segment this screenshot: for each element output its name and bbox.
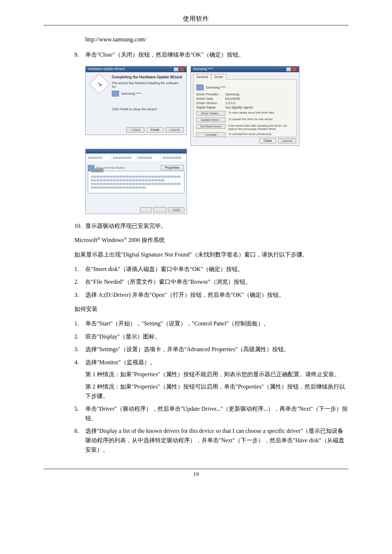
prop-value: Not digitally signed — [225, 106, 253, 109]
group-label — [91, 168, 103, 172]
prop-label: Driver Date: — [196, 97, 225, 100]
button-description: If the device fails after updating the d… — [228, 124, 294, 131]
prop-value: Samsung — [225, 93, 239, 96]
step-number: 4. — [74, 358, 85, 401]
prop-value: 9/11/2009 — [225, 97, 240, 100]
prop-label: Driver Version: — [196, 101, 225, 105]
dialog-title: Hardware Update Wizard — [88, 67, 124, 71]
back-button[interactable]: < Back — [126, 127, 144, 132]
uninstall-button[interactable]: Uninstall — [196, 132, 225, 137]
step-text: 选择"Settings"（设置）选项卡，并单击"Advanced Propert… — [85, 345, 348, 354]
apply-button[interactable]: Apply — [168, 207, 184, 212]
step-item: 2. 双击"Display"（显示）图标。 — [44, 332, 348, 341]
step-item: 2. 在"File Needed"（所需文件）窗口中单击"Browse"（浏览）… — [44, 277, 348, 287]
step-item: 3. 选择"Settings"（设置）选项卡，并单击"Advanced Prop… — [44, 345, 348, 354]
tab-general[interactable]: General — [193, 74, 211, 79]
prop-value: 1.0.0.0 — [225, 101, 236, 105]
monitor-adapter-dialog: Plug and Play Monitor Properties Ap — [85, 149, 187, 214]
step-number: 5. — [74, 404, 85, 423]
step-item: 5. 单击"Driver"（驱动程序），然后单击"Update Driver..… — [44, 404, 348, 423]
wizard-text: The wizard has finished installing the s… — [112, 81, 184, 89]
step-item: 10. 显示器驱动程序现已安装完毕。 — [44, 221, 348, 231]
finish-button[interactable]: Finish — [147, 127, 163, 132]
tab-driver[interactable]: Driver — [211, 74, 226, 79]
step-text: 在"Insert disk"（请插入磁盘）窗口中单击"OK"（确定）按钮。 — [85, 264, 348, 274]
step-subtext: 第 2 种情况：如果"Properties"（属性）按钮可以启用，单击"Prop… — [85, 382, 348, 401]
device-name: Samsung **** — [121, 92, 141, 95]
step-item: 6. 选择"Display a list of the known driver… — [44, 426, 348, 454]
step-text: 单击"Start"（开始），"Setting"（设置），"Control Pan… — [85, 319, 348, 328]
download-url: http://www.samsung.com/ — [85, 36, 348, 43]
step-text: 在"File Needed"（所需文件）窗口中单击"Browse"（浏览）按钮。 — [85, 277, 348, 287]
header-divider — [44, 25, 348, 25]
step-item: 9. 单击"Close"（关闭）按钮，然后继续单击"OK"（确定）按钮。 — [44, 50, 348, 59]
update-driver-button[interactable]: Update Driver... — [196, 118, 225, 122]
arrow-icon: ↘ — [97, 80, 102, 87]
step-item: 1. 单击"Start"（开始），"Setting"（设置），"Control … — [44, 319, 348, 328]
driver-properties-dialog: Samsung **** General Driver Samsung **** — [191, 66, 299, 146]
howto-heading: 如何安装 — [74, 304, 348, 314]
page-header: 使用软件 — [44, 15, 348, 23]
prop-label: Driver Provider: — [196, 93, 225, 96]
step-item: 1. 在"Insert disk"（请插入磁盘）窗口中单击"OK"（确定）按钮。 — [44, 264, 348, 274]
tab-item — [137, 155, 160, 161]
step-number: 2. — [74, 332, 85, 341]
button-description: To view details about the driver files. — [228, 111, 294, 114]
prop-label: Digital Signer: — [196, 106, 225, 109]
step-text: 选择"Display a list of the known drivers f… — [85, 426, 348, 454]
footer-divider — [44, 469, 348, 469]
wizard-hint: Click Finish to close the wizard. — [112, 107, 184, 111]
step-text: 双击"Display"（显示）图标。 — [85, 332, 348, 341]
close-icon — [179, 67, 184, 71]
step-item: 3. 选择 A:(D:\Driver) 并单击"Open"（打开）按钮，然后单击… — [44, 290, 348, 300]
ok-button[interactable] — [140, 207, 152, 212]
step-text: 选择"Monitor"（监视器）。 — [85, 359, 156, 365]
step-number: 10. — [74, 221, 85, 231]
monitor-icon — [196, 85, 204, 90]
cancel-button[interactable]: Cancel — [278, 138, 296, 143]
tab-item — [87, 155, 111, 161]
step-number: 2. — [74, 277, 85, 287]
dsnf-note: 如果显示器上出现"Digital Signature Not Found"（未找… — [74, 250, 348, 259]
hw-update-wizard-dialog: Hardware Update Wizard ↘ Completing the … — [85, 66, 187, 135]
close-icon — [292, 67, 297, 71]
step-text: 单击"Close"（关闭）按钮，然后继续单击"OK"（确定）按钮。 — [85, 50, 348, 59]
cancel-button[interactable] — [153, 207, 167, 212]
device-name: Samsung **** — [206, 86, 226, 89]
screenshot-panel: Hardware Update Wizard ↘ Completing the … — [85, 66, 348, 214]
cancel-button[interactable]: Cancel — [166, 127, 184, 132]
step-text: 选择 A:(D:\Driver) 并单击"Open"（打开）按钮，然后单击"OK… — [85, 290, 348, 300]
monitor-icon — [112, 91, 119, 97]
tab-item — [162, 155, 185, 161]
driver-details-button[interactable]: Driver Details... — [196, 111, 225, 116]
page-number: 19 — [44, 471, 348, 477]
rollback-driver-button[interactable]: Roll Back Driver — [196, 124, 225, 129]
step-number: 3. — [74, 345, 85, 354]
close-button[interactable]: Close — [260, 138, 276, 143]
os-heading: Microsoft® Windows® 2000 操作系统 — [74, 235, 348, 245]
step-text: 显示器驱动程序现已安装完毕。 — [85, 221, 348, 231]
dialog-title: Samsung **** — [193, 67, 213, 71]
properties-button[interactable]: Properties — [161, 165, 184, 170]
step-number: 1. — [74, 264, 85, 274]
step-text: 单击"Driver"（驱动程序），然后单击"Update Driver..."（… — [85, 404, 348, 423]
step-number: 6. — [74, 426, 85, 454]
tab-item — [112, 155, 136, 161]
step-subtext: 第 1 种情况：如果"Properties"（属性）按钮不能启用，则表示您的显示… — [85, 370, 348, 379]
step-number: 1. — [74, 319, 85, 328]
wizard-icon: ↘ — [89, 73, 110, 94]
button-description: To update the driver for this device. — [228, 118, 294, 121]
help-icon — [286, 67, 291, 71]
button-description: To uninstall the driver (Advanced). — [228, 132, 294, 136]
wizard-heading: Completing the Hardware Update Wizard — [112, 75, 184, 79]
step-number: 9. — [74, 50, 85, 59]
step-number: 3. — [74, 290, 85, 300]
step-item: 4. 选择"Monitor"（监视器）。 第 1 种情况：如果"Properti… — [44, 358, 348, 401]
titlebar — [86, 149, 187, 153]
help-icon — [173, 67, 179, 71]
inner-group — [88, 171, 184, 193]
